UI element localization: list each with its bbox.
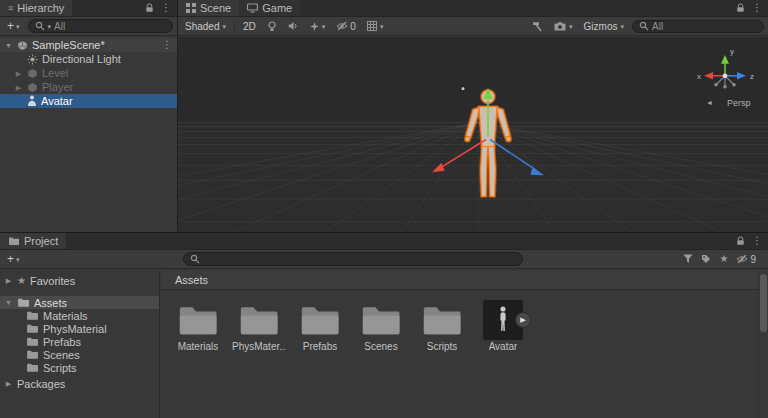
tab-project[interactable]: Project <box>0 233 66 249</box>
hierarchy-tab-label: Hierarchy <box>17 2 64 14</box>
folder-icon <box>237 302 281 338</box>
lock-icon[interactable] <box>145 3 154 13</box>
asset-item-scenes[interactable]: Scenes <box>355 300 407 352</box>
tree-folder-prefabs[interactable]: Prefabs <box>0 335 159 348</box>
tree-folder-scripts[interactable]: Scripts <box>0 361 159 374</box>
scene-tabbar: Scene Game ⋮ <box>178 0 768 17</box>
tree-folder-scenes[interactable]: Scenes <box>0 348 159 361</box>
tree-assets[interactable]: ▼ Assets <box>0 296 159 309</box>
shading-mode-dropdown[interactable]: Shaded ▾ <box>182 21 229 32</box>
panel-menu-icon[interactable]: ⋮ <box>752 3 762 13</box>
tree-item-level[interactable]: ▶ Level <box>0 66 177 80</box>
scene-canvas[interactable]: x y z ◄ Persp <box>178 37 768 232</box>
vertical-scrollbar[interactable] <box>758 271 768 418</box>
hidden-packages-toggle[interactable]: 9 <box>736 254 756 265</box>
search-icon <box>639 21 649 31</box>
foldout-collapsed-icon[interactable]: ▶ <box>4 380 13 387</box>
caret-down-icon: ▾ <box>569 23 573 30</box>
scene-audio-toggle[interactable] <box>285 21 302 31</box>
light-bulb-icon <box>267 21 277 32</box>
light-gizmo-dot <box>462 87 465 90</box>
effects-dropdown[interactable]: ▾ <box>307 22 329 31</box>
tree-item-scene[interactable]: ▼ SampleScene* ⋮ <box>0 38 177 52</box>
component-tools-button[interactable] <box>529 21 546 32</box>
unity-scene-icon <box>17 40 28 51</box>
tree-item-player[interactable]: ▶ Player <box>0 80 177 94</box>
unity-editor-window: ≡ Hierarchy ⋮ + ▾ ▾ All ▼ SampleS <box>0 0 768 418</box>
scene-tab-label: Scene <box>200 2 231 14</box>
panel-menu-icon[interactable]: ⋮ <box>161 3 171 13</box>
foldout-expanded-icon[interactable]: ▼ <box>4 299 13 306</box>
scene-search-input[interactable]: All <box>632 20 764 33</box>
scene-panel: Scene Game ⋮ Shaded ▾ 2D <box>178 0 768 232</box>
camera-settings-dropdown[interactable]: ▾ <box>551 22 576 31</box>
folder-open-icon <box>17 297 30 308</box>
favorites-star-icon: ★ <box>17 276 26 286</box>
scene-lighting-toggle[interactable] <box>264 21 280 32</box>
tab-hierarchy[interactable]: ≡ Hierarchy <box>0 0 72 16</box>
folder-icon <box>420 302 464 338</box>
persp-label[interactable]: Persp <box>727 98 751 108</box>
asset-item-physmaterial[interactable]: PhysMater... <box>233 300 285 352</box>
hierarchy-tree: ▼ SampleScene* ⋮ Directional Light ▶ Lev… <box>0 36 177 108</box>
tree-folder-materials[interactable]: Materials <box>0 309 159 322</box>
panel-menu-icon[interactable]: ⋮ <box>752 236 762 246</box>
lock-icon[interactable] <box>736 3 745 13</box>
project-search-input[interactable] <box>183 252 523 266</box>
foldout-collapsed-icon[interactable]: ▶ <box>4 277 13 284</box>
hierarchy-search-input[interactable]: ▾ All <box>28 19 173 33</box>
folder-icon <box>359 302 403 338</box>
tree-item-avatar[interactable]: Avatar <box>0 94 177 108</box>
foldout-collapsed-icon[interactable]: ▶ <box>14 70 23 77</box>
assets-label: Assets <box>34 297 67 309</box>
scene-viewport[interactable]: x y z ◄ Persp <box>178 37 768 232</box>
asset-label: Materials <box>178 341 219 352</box>
asset-item-scripts[interactable]: Scripts <box>416 300 468 352</box>
camera-icon <box>554 22 566 31</box>
grid-icon <box>367 21 377 31</box>
breadcrumb-assets[interactable]: Assets <box>175 274 208 286</box>
tree-item-label: Level <box>42 67 68 79</box>
tree-folder-physmaterial[interactable]: PhysMaterial <box>0 322 159 335</box>
gizmos-dropdown[interactable]: Gizmos ▾ <box>581 21 627 32</box>
project-body: ▶ ★ Favorites ▼ Assets Materials PhysMat… <box>0 271 768 418</box>
tab-game[interactable]: Game <box>239 0 300 16</box>
axis-center[interactable] <box>723 73 728 78</box>
asset-item-prefabs[interactable]: Prefabs <box>294 300 346 352</box>
search-icon <box>35 21 45 31</box>
grid-visibility-dropdown[interactable]: ▾ <box>364 21 387 31</box>
foldout-expanded-icon[interactable]: ▼ <box>4 42 13 49</box>
hierarchy-tabbar: ≡ Hierarchy ⋮ <box>0 0 177 17</box>
caret-down-icon: ▾ <box>16 256 20 263</box>
caret-down-icon: ▾ <box>222 23 226 30</box>
tab-scene[interactable]: Scene <box>178 0 239 16</box>
tree-item-label: Avatar <box>41 95 73 107</box>
create-asset-button[interactable]: + ▾ <box>4 252 23 266</box>
preview-play-button[interactable]: ▶ <box>515 312 531 328</box>
tree-packages[interactable]: ▶ Packages <box>0 377 159 390</box>
hidden-objects-toggle[interactable]: 0 <box>333 21 359 32</box>
scene-search-value: All <box>652 21 663 32</box>
search-by-type-icon[interactable] <box>683 254 693 264</box>
lock-icon[interactable] <box>736 236 745 246</box>
asset-item-avatar[interactable]: ▶ Avatar <box>477 300 529 352</box>
create-object-button[interactable]: + ▾ <box>4 19 23 33</box>
toggle-2d-button[interactable]: 2D <box>240 21 259 32</box>
asset-label: Scripts <box>427 341 458 352</box>
favorites-label: Favorites <box>30 275 75 287</box>
save-search-star-icon[interactable]: ★ <box>719 254 728 264</box>
tree-favorites[interactable]: ▶ ★ Favorites <box>0 274 159 287</box>
scene-menu-icon[interactable]: ⋮ <box>162 40 172 50</box>
foldout-collapsed-icon[interactable]: ▶ <box>14 84 23 91</box>
scene-name: SampleScene* <box>32 39 105 51</box>
tree-item-label: Directional Light <box>42 53 121 65</box>
tree-item-directional-light[interactable]: Directional Light <box>0 52 177 66</box>
axis-y-label: y <box>730 47 734 56</box>
search-by-label-icon[interactable] <box>701 254 711 264</box>
asset-label: Avatar <box>489 341 518 352</box>
folder-label: Prefabs <box>43 336 81 348</box>
hidden-packages-count: 9 <box>750 254 756 265</box>
tools-hammer-icon <box>532 21 543 32</box>
scrollbar-thumb[interactable] <box>760 274 767 332</box>
asset-item-materials[interactable]: Materials <box>172 300 224 352</box>
